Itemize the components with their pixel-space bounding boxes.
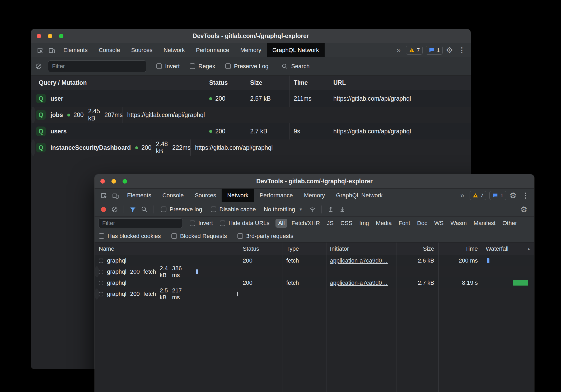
preserve-log-checkbox[interactable] (225, 63, 231, 69)
row-checkbox[interactable] (99, 270, 103, 274)
network-conditions-icon[interactable] (309, 206, 316, 213)
tab-performance[interactable]: Performance (190, 43, 235, 57)
device-toolbar-icon[interactable] (112, 192, 119, 199)
more-tabs-icon[interactable]: » (460, 192, 464, 200)
type-filter-font[interactable]: Font (396, 219, 413, 228)
kebab-menu-icon[interactable]: ⋮ (458, 46, 465, 54)
kebab-menu-icon[interactable]: ⋮ (522, 191, 529, 200)
more-tabs-icon[interactable]: » (397, 46, 401, 54)
device-toolbar-icon[interactable] (48, 47, 55, 54)
search-icon[interactable] (141, 206, 148, 213)
close-window-button[interactable] (100, 179, 105, 184)
table-row[interactable]: graphql 200 fetch application-a7ca9d0… 2… (95, 288, 99, 300)
column-header-size[interactable]: Size (246, 76, 289, 90)
import-har-icon[interactable] (327, 206, 334, 213)
row-checkbox[interactable] (99, 259, 103, 263)
column-header-status[interactable]: Status (205, 76, 246, 90)
type-filter-other[interactable]: Other (500, 219, 520, 228)
column-header-time[interactable]: Time (289, 76, 329, 90)
clear-icon[interactable] (35, 63, 42, 70)
type-filter-all[interactable]: All (275, 219, 287, 228)
has-blocked-cookies-checkbox-group[interactable]: Has blocked cookies (99, 233, 161, 240)
export-har-icon[interactable] (339, 206, 346, 213)
warnings-badge[interactable]: 7 (470, 191, 487, 200)
inspect-element-icon[interactable] (100, 192, 107, 199)
regex-checkbox-group[interactable]: Regex (190, 63, 215, 70)
disable-cache-checkbox-group[interactable]: Disable cache (211, 206, 256, 213)
type-filter-fetch-xhr[interactable]: Fetch/XHR (289, 219, 323, 228)
table-row[interactable]: Q instanceSecurityDashboard 200 2.48 kB … (31, 139, 35, 156)
invert-checkbox-group[interactable]: Invert (190, 220, 213, 227)
zoom-window-button[interactable] (59, 34, 63, 38)
column-header-name[interactable]: Name (95, 242, 239, 255)
type-filter-media[interactable]: Media (373, 219, 394, 228)
type-filter-doc[interactable]: Doc (414, 219, 430, 228)
column-header-type[interactable]: Type (283, 242, 326, 255)
type-filter-manifest[interactable]: Manifest (471, 219, 498, 228)
minimize-window-button[interactable] (111, 179, 116, 184)
row-checkbox[interactable] (99, 292, 103, 296)
tab-performance[interactable]: Performance (254, 189, 298, 202)
initiator-link[interactable]: application-a7ca9d0… (330, 279, 388, 286)
tab-elements[interactable]: Elements (121, 189, 157, 202)
table-row[interactable]: graphql 200 fetch application-a7ca9d0… 2… (95, 266, 99, 277)
third-party-requests-checkbox-group[interactable]: 3rd-party requests (237, 233, 293, 240)
type-filter-js[interactable]: JS (324, 219, 336, 228)
filter-input[interactable] (48, 60, 146, 72)
inspect-element-icon[interactable] (36, 47, 44, 54)
messages-badge[interactable]: 1 (426, 46, 443, 55)
invert-checkbox[interactable] (190, 221, 195, 226)
hide-data-urls-checkbox-group[interactable]: Hide data URLs (220, 220, 269, 227)
tab-network[interactable]: Network (158, 43, 190, 57)
column-header-url[interactable]: URL (329, 76, 471, 90)
third-party-requests-checkbox[interactable] (237, 233, 243, 239)
type-filter-img[interactable]: Img (357, 219, 372, 228)
tab-graphql-network[interactable]: GraphQL Network (267, 43, 324, 57)
type-filter-ws[interactable]: WS (432, 219, 446, 228)
table-row[interactable]: Q jobs 200 2.45 kB 207ms https://gitlab.… (31, 107, 35, 123)
minimize-window-button[interactable] (48, 34, 52, 38)
column-header-status[interactable]: Status (239, 242, 283, 255)
has-blocked-cookies-checkbox[interactable] (99, 233, 104, 239)
tab-memory[interactable]: Memory (235, 43, 267, 57)
tab-console[interactable]: Console (93, 43, 126, 57)
invert-checkbox[interactable] (156, 63, 162, 69)
preserve-log-checkbox-group[interactable]: Preserve Log (225, 63, 269, 70)
zoom-window-button[interactable] (123, 179, 127, 184)
tab-sources[interactable]: Sources (125, 43, 158, 57)
warnings-badge[interactable]: 7 (406, 46, 423, 55)
tab-graphql-network[interactable]: GraphQL Network (330, 189, 388, 202)
column-header-size[interactable]: Size (396, 242, 438, 255)
table-row[interactable]: Q user 200 2.57 kB 211ms https://gitlab.… (31, 90, 471, 107)
disable-cache-checkbox[interactable] (211, 207, 216, 212)
tab-network[interactable]: Network (222, 189, 254, 202)
settings-gear-icon[interactable]: ⚙ (509, 192, 517, 199)
filter-input[interactable] (98, 218, 183, 228)
network-settings-gear-icon[interactable]: ⚙ (520, 206, 527, 213)
blocked-requests-checkbox-group[interactable]: Blocked Requests (171, 233, 227, 240)
table-row[interactable]: Q users 200 2.7 kB 9s https://gitlab.com… (31, 123, 471, 139)
close-window-button[interactable] (37, 34, 41, 38)
tab-console[interactable]: Console (157, 189, 189, 202)
column-header-initiator[interactable]: Initiator (326, 242, 396, 255)
tab-sources[interactable]: Sources (189, 189, 222, 202)
clear-icon[interactable] (111, 206, 118, 213)
tab-memory[interactable]: Memory (298, 189, 330, 202)
column-header-waterfall[interactable]: Waterfall ▲ (482, 242, 534, 255)
invert-checkbox-group[interactable]: Invert (156, 63, 180, 70)
row-checkbox[interactable] (99, 281, 103, 285)
preserve-log-checkbox[interactable] (161, 207, 166, 212)
column-header-time[interactable]: Time (438, 242, 482, 255)
record-network-log-button[interactable] (101, 207, 106, 212)
blocked-requests-checkbox[interactable] (171, 233, 177, 239)
messages-badge[interactable]: 1 (489, 191, 506, 200)
table-row[interactable]: graphql 200 fetch application-a7ca9d0… 2… (95, 255, 534, 266)
regex-checkbox[interactable] (190, 63, 195, 69)
type-filter-css[interactable]: CSS (338, 219, 355, 228)
preserve-log-checkbox-group[interactable]: Preserve log (161, 206, 202, 213)
filter-funnel-icon[interactable] (129, 206, 136, 213)
tab-elements[interactable]: Elements (58, 43, 93, 57)
table-row[interactable]: graphql 200 fetch application-a7ca9d0… 2… (95, 277, 534, 288)
throttling-dropdown[interactable]: No throttling ▼ (264, 206, 303, 213)
search-group[interactable]: Search (282, 63, 310, 70)
